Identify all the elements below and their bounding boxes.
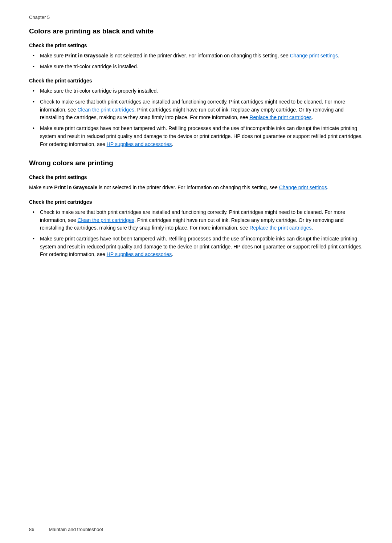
footer-page-number: 86 — [29, 527, 34, 532]
change-print-settings-link-1[interactable]: Change print settings — [290, 53, 338, 58]
text-static: Make sure the tri-color cartridge is pro… — [40, 88, 158, 94]
subsection-check-print-settings-2: Check the print settings Make sure Print… — [29, 174, 363, 192]
text-static: Make sure print cartridges have not been… — [40, 125, 363, 147]
hp-supplies-accessories-link-1[interactable]: HP supplies and accessories — [107, 141, 172, 147]
section-colors-black-white: Colors are printing as black and white C… — [29, 27, 363, 148]
section-wrong-colors: Wrong colors are printing Check the prin… — [29, 159, 363, 259]
paragraph-text-2-1: Make sure Print in Grayscale is not sele… — [29, 184, 363, 192]
page-footer: 86 Maintain and troubleshoot — [29, 527, 363, 532]
section-title-1: Colors are printing as black and white — [29, 27, 363, 35]
subsection-title-2-2: Check the print cartridges — [29, 199, 363, 205]
clean-print-cartridges-link-2[interactable]: Clean the print cartridges — [78, 217, 134, 223]
replace-print-cartridges-link-1[interactable]: Replace the print cartridges — [249, 114, 311, 120]
text-static: Make sure the tri-color cartridge is ins… — [40, 64, 138, 69]
subsection-check-print-settings-1: Check the print settings Make sure Print… — [29, 42, 363, 70]
subsection-title-1-2: Check the print cartridges — [29, 78, 363, 84]
bold-text: Print in Grayscale — [54, 185, 97, 190]
footer-section-label: Maintain and troubleshoot — [49, 527, 103, 532]
subsection-check-print-cartridges-1: Check the print cartridges Make sure the… — [29, 78, 363, 148]
clean-print-cartridges-link-1[interactable]: Clean the print cartridges — [78, 107, 134, 113]
bold-text: Print in Grayscale — [65, 53, 108, 58]
list-item: Make sure Print in Grayscale is not sele… — [29, 52, 363, 60]
list-item: Check to make sure that both print cartr… — [29, 98, 363, 122]
subsection-check-print-cartridges-2: Check the print cartridges Check to make… — [29, 199, 363, 259]
list-item: Make sure print cartridges have not been… — [29, 235, 363, 259]
replace-print-cartridges-link-2[interactable]: Replace the print cartridges — [249, 225, 311, 231]
subsection-title-1-1: Check the print settings — [29, 42, 363, 48]
subsection-title-2-1: Check the print settings — [29, 174, 363, 180]
list-item: Make sure the tri-color cartridge is pro… — [29, 87, 363, 95]
list-item: Make sure the tri-color cartridge is ins… — [29, 63, 363, 71]
text-static: Make sure Print in Grayscale is not sele… — [40, 53, 339, 58]
text-static: Check to make sure that both print cartr… — [40, 209, 345, 231]
section-title-2: Wrong colors are printing — [29, 159, 363, 167]
hp-supplies-accessories-link-2[interactable]: HP supplies and accessories — [107, 251, 172, 257]
text-static: Make sure print cartridges have not been… — [40, 236, 363, 257]
list-item: Make sure print cartridges have not been… — [29, 125, 363, 148]
chapter-label: Chapter 5 — [29, 15, 363, 20]
bullet-list-1-2: Make sure the tri-color cartridge is pro… — [29, 87, 363, 148]
text-static: Check to make sure that both print cartr… — [40, 99, 345, 120]
change-print-settings-link-2[interactable]: Change print settings — [279, 185, 327, 190]
bullet-list-1-1: Make sure Print in Grayscale is not sele… — [29, 52, 363, 70]
bullet-list-2-2: Check to make sure that both print cartr… — [29, 208, 363, 259]
list-item: Check to make sure that both print cartr… — [29, 208, 363, 232]
